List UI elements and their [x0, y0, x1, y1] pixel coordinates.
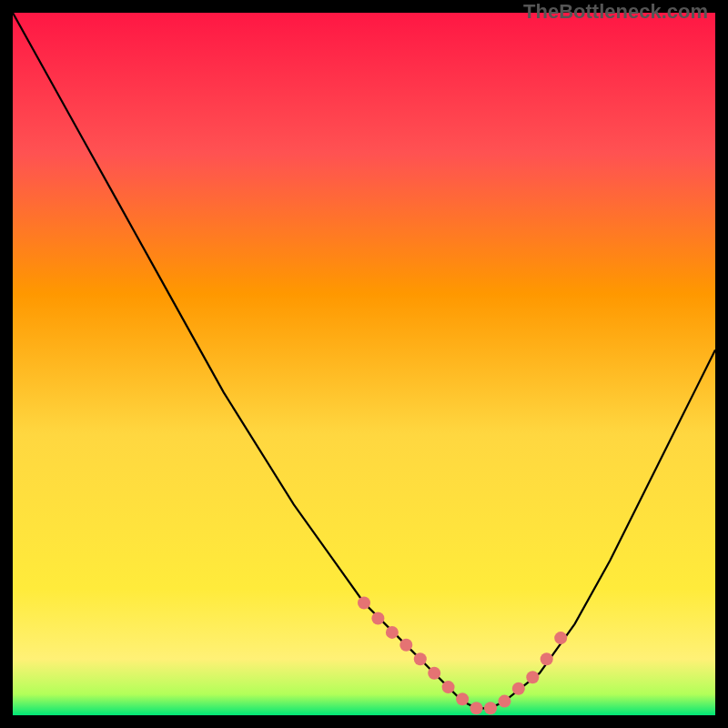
marker-dot [512, 682, 525, 695]
marker-dot [358, 597, 370, 610]
chart-frame [13, 13, 715, 715]
marker-dot [541, 652, 553, 665]
chart-background [13, 13, 715, 715]
chart-svg [13, 13, 715, 715]
marker-dot [386, 626, 399, 639]
marker-dot [428, 667, 440, 680]
marker-dot [371, 612, 384, 625]
marker-dot [526, 671, 539, 683]
marker-dot [414, 652, 427, 665]
watermark-text: TheBottleneck.com [523, 0, 708, 24]
marker-dot [456, 693, 469, 705]
marker-dot [470, 702, 483, 714]
marker-dot [498, 695, 511, 708]
marker-dot [442, 681, 455, 693]
marker-dot [554, 632, 567, 644]
marker-dot [484, 702, 497, 714]
marker-dot [399, 639, 412, 652]
